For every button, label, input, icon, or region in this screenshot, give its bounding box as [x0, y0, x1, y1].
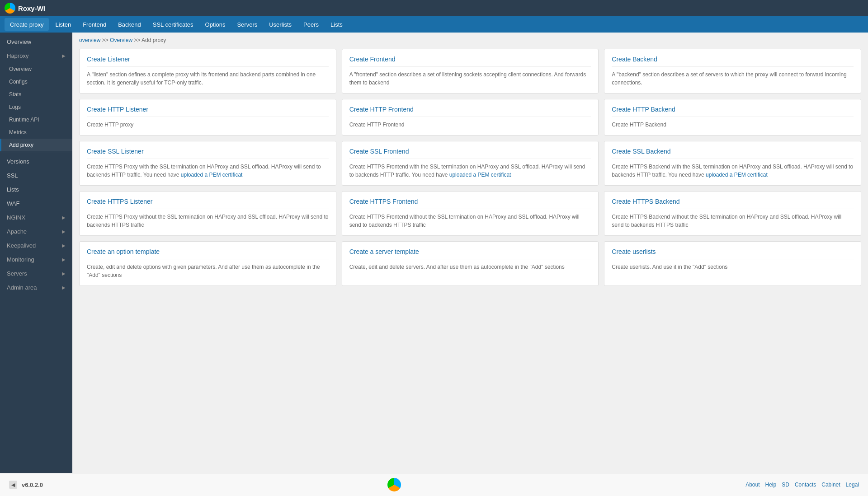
sidebar-item-label: Apache [7, 228, 27, 235]
footer-link-contacts[interactable]: Contacts [795, 482, 816, 488]
footer-links: About Help SD Contacts Cabinet Legal [745, 482, 859, 488]
sidebar-item-label: Add proxy [9, 142, 33, 148]
card-desc: Create HTTPS Backend without the SSL ter… [612, 213, 854, 229]
tab-navigation: Create proxy Listen Frontend Backend SSL… [0, 16, 868, 33]
card-create-option-template[interactable]: Create an option template Create, edit a… [79, 241, 336, 286]
tab-create-proxy[interactable]: Create proxy [5, 18, 49, 31]
sidebar: Overview Haproxy ▶ Overview Configs Stat… [0, 33, 72, 473]
footer: ◀ v6.0.2.0 About Help SD Contacts Cabine… [0, 473, 868, 496]
sidebar-item-label: Overview [7, 38, 31, 45]
breadcrumb-overview-link[interactable]: overview [79, 37, 100, 43]
card-title: Create Listener [87, 56, 329, 67]
sidebar-item-lists[interactable]: Lists [0, 182, 72, 197]
sidebar-item-monitoring[interactable]: Monitoring ▶ [0, 253, 72, 267]
breadcrumb-current: Add proxy [142, 37, 166, 43]
card-create-frontend[interactable]: Create Frontend A "frontend" section des… [342, 49, 599, 94]
tab-listen[interactable]: Listen [50, 18, 76, 31]
card-desc: Create HTTPS Proxy without the SSL termi… [87, 213, 329, 229]
card-create-listener[interactable]: Create Listener A "listen" section defin… [79, 49, 336, 94]
tab-peers[interactable]: Peers [298, 18, 324, 31]
tab-options[interactable]: Options [200, 18, 231, 31]
card-desc: Create, edit and delete servers. And aft… [349, 263, 591, 271]
card-desc: Create userlists. And use it in the "Add… [612, 263, 854, 271]
chevron-right-icon: ▶ [62, 257, 66, 262]
card-title: Create HTTP Listener [87, 106, 329, 117]
footer-center [387, 478, 401, 491]
sidebar-item-haproxy[interactable]: Haproxy ▶ [0, 49, 72, 63]
sidebar-item-versions[interactable]: Versions [0, 154, 72, 168]
sidebar-toggle-button[interactable]: ◀ [9, 481, 17, 489]
sidebar-item-ssl[interactable]: SSL [0, 168, 72, 182]
sidebar-item-label: Monitoring [7, 256, 34, 263]
cards-grid: Create Listener A "listen" section defin… [79, 49, 861, 286]
card-title: Create HTTPS Listener [87, 198, 329, 209]
card-create-https-listener[interactable]: Create HTTPS Listener Create HTTPS Proxy… [79, 191, 336, 236]
footer-link-about[interactable]: About [745, 482, 760, 488]
logo-icon [5, 3, 15, 14]
sidebar-item-label: SSL [7, 172, 18, 179]
tab-backend[interactable]: Backend [113, 18, 146, 31]
card-title: Create Backend [612, 56, 854, 67]
card-title: Create SSL Listener [87, 148, 329, 159]
sidebar-item-label: Configs [9, 79, 28, 85]
sidebar-subitem-haproxy-runtime-api[interactable]: Runtime API [0, 113, 72, 126]
sidebar-subitem-haproxy-logs[interactable]: Logs [0, 101, 72, 113]
sidebar-item-overview[interactable]: Overview [0, 35, 72, 49]
sidebar-item-nginx[interactable]: NGINX ▶ [0, 211, 72, 225]
footer-link-sd[interactable]: SD [782, 482, 789, 488]
card-create-https-frontend[interactable]: Create HTTPS Frontend Create HTTPS Front… [342, 191, 599, 236]
app-title: Roxy-WI [18, 5, 45, 12]
footer-link-cabinet[interactable]: Cabinet [821, 482, 840, 488]
version-label: v6.0.2.0 [22, 482, 43, 488]
card-create-http-frontend[interactable]: Create HTTP Frontend Create HTTP Fronten… [342, 99, 599, 136]
sidebar-item-label: Lists [7, 186, 19, 193]
card-desc: Create HTTP Frontend [349, 121, 591, 129]
tab-lists[interactable]: Lists [325, 18, 348, 31]
tab-ssl-certificates[interactable]: SSL certificates [147, 18, 199, 31]
card-desc: A "backend" section describes a set of s… [612, 70, 854, 87]
sidebar-item-label: Metrics [9, 129, 27, 136]
sidebar-subitem-haproxy-stats[interactable]: Stats [0, 88, 72, 101]
sidebar-subitem-haproxy-configs[interactable]: Configs [0, 75, 72, 88]
card-create-backend[interactable]: Create Backend A "backend" section descr… [604, 49, 861, 94]
sidebar-item-label: Overview [9, 66, 32, 72]
sidebar-item-servers[interactable]: Servers ▶ [0, 267, 72, 281]
sidebar-item-label: Stats [9, 91, 21, 98]
card-desc: A "listen" section defines a complete pr… [87, 70, 329, 87]
pem-link[interactable]: uploaded a PEM certificat [449, 172, 511, 178]
pem-link[interactable]: uploaded a PEM certificat [706, 172, 768, 178]
card-create-ssl-listener[interactable]: Create SSL Listener Create HTTPS Proxy w… [79, 141, 336, 186]
card-title: Create SSL Backend [612, 148, 854, 159]
sidebar-subitem-haproxy-add-proxy[interactable]: Add proxy [0, 139, 72, 151]
tab-userlists[interactable]: Userlists [264, 18, 297, 31]
card-desc: Create HTTPS Proxy with the SSL terminat… [87, 163, 329, 179]
card-create-server-template[interactable]: Create a server template Create, edit an… [342, 241, 599, 286]
card-create-http-backend[interactable]: Create HTTP Backend Create HTTP Backend [604, 99, 861, 136]
footer-link-help[interactable]: Help [765, 482, 777, 488]
sidebar-subitem-haproxy-metrics[interactable]: Metrics [0, 126, 72, 139]
footer-left: ◀ v6.0.2.0 [9, 481, 43, 489]
sidebar-item-keepalived[interactable]: Keepalived ▶ [0, 239, 72, 253]
chevron-right-icon: ▶ [62, 229, 66, 234]
card-title: Create an option template [87, 248, 329, 259]
footer-link-legal[interactable]: Legal [846, 482, 859, 488]
sidebar-item-label: WAF [7, 200, 19, 207]
sidebar-item-admin-area[interactable]: Admin area ▶ [0, 281, 72, 295]
card-create-https-backend[interactable]: Create HTTPS Backend Create HTTPS Backen… [604, 191, 861, 236]
card-desc: Create HTTPS Frontend with the SSL termi… [349, 163, 591, 179]
chevron-right-icon: ▶ [62, 215, 66, 220]
logo: Roxy-WI [5, 3, 75, 14]
sidebar-subitem-haproxy-overview[interactable]: Overview [0, 63, 72, 75]
card-create-ssl-backend[interactable]: Create SSL Backend Create HTTPS Backend … [604, 141, 861, 186]
sidebar-item-label: NGINX [7, 214, 25, 221]
pem-link[interactable]: uploaded a PEM certificat [181, 172, 243, 178]
sidebar-item-waf[interactable]: WAF [0, 197, 72, 211]
sidebar-item-apache[interactable]: Apache ▶ [0, 225, 72, 239]
card-desc: Create HTTP proxy [87, 121, 329, 129]
breadcrumb-overview-link2[interactable]: Overview [110, 37, 132, 43]
tab-frontend[interactable]: Frontend [77, 18, 112, 31]
tab-servers[interactable]: Servers [231, 18, 263, 31]
card-create-http-listener[interactable]: Create HTTP Listener Create HTTP proxy [79, 99, 336, 136]
card-create-ssl-frontend[interactable]: Create SSL Frontend Create HTTPS Fronten… [342, 141, 599, 186]
card-create-userlists[interactable]: Create userlists Create userlists. And u… [604, 241, 861, 286]
